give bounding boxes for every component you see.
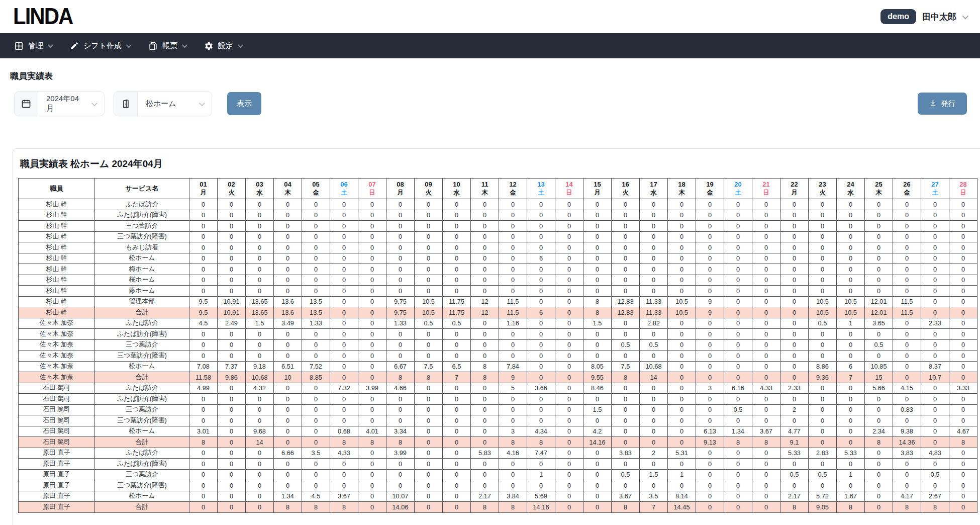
- value-cell: 0: [330, 372, 358, 383]
- value-cell: 0: [527, 361, 555, 372]
- value-cell: 0: [640, 329, 668, 340]
- value-cell: 0: [837, 264, 865, 275]
- value-cell: 7.52: [302, 361, 330, 372]
- value-cell: 0: [443, 329, 471, 340]
- value-cell: 0: [555, 351, 583, 362]
- value-cell: 0: [921, 351, 949, 362]
- value-cell: 0: [471, 210, 499, 221]
- day-header-cell: 10水: [443, 179, 471, 199]
- value-cell: 0: [499, 231, 527, 242]
- value-cell: 0: [471, 394, 499, 405]
- facility-select[interactable]: 松ホーム: [114, 91, 212, 116]
- value-cell: 14.45: [668, 502, 696, 513]
- nav-item-settei[interactable]: 設定: [195, 33, 251, 58]
- value-cell: 0: [555, 210, 583, 221]
- value-cell: 1: [668, 469, 696, 480]
- value-cell: 0: [386, 415, 415, 426]
- value-cell: 0: [696, 372, 724, 383]
- value-cell: 4.83: [921, 448, 949, 459]
- value-cell: 0: [358, 339, 386, 351]
- value-cell: 0: [246, 199, 274, 210]
- value-cell: 3.99: [386, 448, 415, 459]
- value-cell: 4.17: [893, 491, 921, 502]
- value-cell: 0.5: [612, 469, 640, 480]
- value-cell: 0: [274, 221, 302, 232]
- value-cell: 0: [302, 329, 330, 340]
- value-cell: 8: [780, 502, 809, 513]
- service-cell: 三つ葉訪介(障害): [95, 480, 189, 491]
- value-cell: 0: [499, 329, 527, 340]
- value-cell: 0: [358, 372, 386, 383]
- nav-item-label: 管理: [28, 41, 43, 51]
- value-cell: 0: [949, 361, 977, 372]
- value-cell: 0: [696, 210, 724, 221]
- chevron-down-icon: [199, 100, 206, 106]
- value-cell: 0: [921, 437, 949, 448]
- value-cell: 0: [893, 318, 921, 329]
- value-cell: 0: [724, 221, 752, 232]
- value-cell: 0: [837, 480, 865, 491]
- value-cell: 0: [809, 253, 837, 264]
- value-cell: 0: [555, 459, 583, 470]
- value-cell: 0: [640, 394, 668, 405]
- value-cell: 0: [218, 491, 246, 502]
- nav-item-kanri[interactable]: 管理: [5, 33, 61, 58]
- value-cell: 0: [893, 264, 921, 275]
- value-cell: 0: [358, 448, 386, 459]
- value-cell: 0: [246, 286, 274, 297]
- value-cell: 0: [893, 372, 921, 383]
- value-cell: 0: [696, 221, 724, 232]
- value-cell: 0: [386, 329, 415, 340]
- value-cell: 7.84: [499, 361, 527, 372]
- value-cell: 9.18: [246, 361, 274, 372]
- value-cell: 0: [499, 286, 527, 297]
- env-badge: demo: [880, 9, 916, 24]
- value-cell: 0: [415, 242, 443, 253]
- publish-button[interactable]: 発行: [918, 93, 967, 115]
- value-cell: 6.51: [274, 361, 302, 372]
- report-card: 職員実績表 松ホーム 2024年04月 職員サービス名01月02火03水04木0…: [13, 148, 980, 525]
- service-cell: ふたば訪介(障害): [95, 210, 189, 221]
- day-header-cell: 02火: [218, 179, 246, 199]
- month-select[interactable]: 2024年04月: [14, 91, 105, 116]
- value-cell: 0: [189, 264, 218, 275]
- value-cell: 0: [415, 426, 443, 437]
- staff-cell: 原田 直子: [19, 502, 95, 513]
- value-cell: 14.06: [386, 502, 415, 513]
- value-cell: 5.66: [865, 383, 893, 394]
- table-row: 石田 篤司ふたば訪介(障害)00000000000000000000000000…: [19, 394, 977, 405]
- staff-cell: 杉山 幹: [19, 264, 95, 275]
- value-cell: 0: [837, 426, 865, 437]
- value-cell: 10.85: [865, 361, 893, 372]
- nav-item-chohyo[interactable]: 帳票: [139, 33, 195, 58]
- value-cell: 0: [386, 394, 415, 405]
- value-cell: 1: [837, 318, 865, 329]
- staff-cell: 杉山 幹: [19, 307, 95, 318]
- day-header-cell: 20土: [724, 179, 752, 199]
- value-cell: 0: [330, 231, 358, 242]
- value-cell: 2.33: [921, 318, 949, 329]
- value-cell: 0: [218, 459, 246, 470]
- value-cell: 3.33: [949, 383, 977, 394]
- value-cell: 0.5: [640, 339, 668, 351]
- value-cell: 0: [949, 491, 977, 502]
- nav-item-shift-sakusei[interactable]: シフト作成: [61, 33, 139, 58]
- value-cell: 0: [443, 253, 471, 264]
- show-button[interactable]: 表示: [227, 92, 261, 115]
- value-cell: 0: [415, 351, 443, 362]
- total-row: 石田 篤司合計80140088800088014.160009.13889.10…: [19, 437, 977, 448]
- value-cell: 0: [218, 210, 246, 221]
- user-menu[interactable]: demo 田中太郎: [880, 9, 967, 24]
- value-cell: 0: [752, 329, 780, 340]
- value-cell: 8: [583, 296, 612, 307]
- value-cell: 0: [499, 459, 527, 470]
- value-cell: 0.5: [443, 318, 471, 329]
- value-cell: 0: [668, 351, 696, 362]
- value-cell: 0: [555, 372, 583, 383]
- chevron-down-icon: [962, 13, 969, 19]
- value-cell: 0: [302, 221, 330, 232]
- table-row: 石田 篤司三つ葉訪介000000000000001.500000.5020000…: [19, 404, 977, 415]
- value-cell: 0: [189, 469, 218, 480]
- value-cell: 0: [499, 242, 527, 253]
- value-cell: 12.83: [612, 296, 640, 307]
